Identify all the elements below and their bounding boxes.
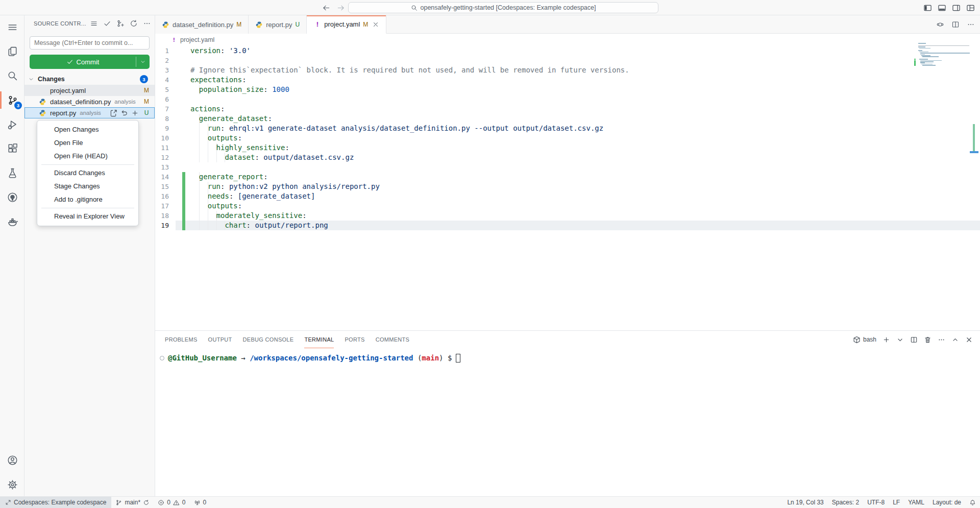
code-line-8[interactable]: 8generate_dataset: (155, 114, 980, 124)
ports-status[interactable]: 0 (190, 497, 211, 508)
activity-item-settings-gear[interactable] (0, 474, 24, 495)
indentation-status[interactable]: Spaces: 2 (828, 497, 863, 508)
menu-item-open-changes[interactable]: Open Changes (37, 123, 138, 136)
chevron-up-icon[interactable] (951, 336, 959, 344)
more-icon[interactable] (967, 20, 975, 29)
tab-project-yaml[interactable]: !project.yamlM (307, 15, 386, 34)
menu-item-add-to-gitignore[interactable]: Add to .gitignore (37, 193, 138, 206)
split-panel-icon[interactable] (910, 336, 918, 344)
activity-item-source-control[interactable]: 3 (0, 90, 24, 110)
activity-item-search[interactable] (0, 65, 24, 86)
code-text: highly_sensitive: (216, 143, 289, 153)
refresh-icon[interactable] (129, 18, 138, 28)
split-editor-icon[interactable] (951, 20, 960, 29)
code-line-9[interactable]: 9run: ehrql:v1 generate-dataset analysis… (155, 124, 980, 133)
problems-status[interactable]: 0 0 (154, 497, 189, 508)
breadcrumb[interactable]: ! project.yaml (155, 34, 980, 46)
panel-tab-ports[interactable]: PORTS (345, 331, 364, 348)
activity-item-extensions[interactable] (0, 138, 24, 158)
code-line-17[interactable]: 17outputs: (155, 201, 980, 211)
view-list-icon[interactable] (89, 18, 99, 28)
activity-item-explorer[interactable] (0, 41, 24, 61)
commit-button-main[interactable]: Commit (30, 55, 136, 69)
panel-tab-output[interactable]: OUTPUT (208, 331, 232, 348)
code-line-2[interactable]: 2 (155, 56, 980, 65)
code-line-6[interactable]: 6 (155, 94, 980, 104)
activity-item-run-debug[interactable] (0, 114, 24, 134)
menu-item-reveal-in-explorer-view[interactable]: Reveal in Explorer View (37, 210, 138, 223)
panel-tab-terminal[interactable]: TERMINAL (304, 331, 334, 348)
terminal[interactable]: @GitHub_Username → /workspaces/opensafel… (155, 348, 980, 496)
code-line-4[interactable]: 4expectations: (155, 75, 980, 85)
code-line-16[interactable]: 16needs: [generate_dataset] (155, 191, 980, 201)
forward-button[interactable] (335, 2, 346, 13)
branch-plus-icon[interactable] (115, 18, 125, 28)
menu-item-stage-changes[interactable]: Stage Changes (37, 180, 138, 193)
add-icon[interactable] (883, 336, 890, 344)
more-icon[interactable] (142, 18, 152, 28)
menu-item-open-file[interactable]: Open File (37, 136, 138, 150)
branch-status[interactable]: main* (111, 497, 154, 508)
code-line-19[interactable]: 19chart: output/report.png (155, 221, 980, 230)
tab-dataset-definition-py[interactable]: dataset_definition.pyM (155, 15, 249, 34)
activity-item-account[interactable] (0, 450, 24, 470)
encoding-status[interactable]: UTF-8 (863, 497, 889, 508)
run-debug-icon (7, 119, 18, 130)
remote-indicator[interactable]: Codespaces: Example codespace (0, 497, 111, 508)
minimap[interactable] (916, 43, 970, 74)
editor-code[interactable]: 1version: '3.0'23# Ignore this`expectati… (155, 46, 980, 330)
breadcrumb-filename: project.yaml (180, 36, 214, 43)
activity-item-docker[interactable] (0, 211, 24, 231)
code-line-11[interactable]: 11highly_sensitive: (155, 143, 980, 153)
code-line-13[interactable]: 13 (155, 162, 980, 172)
panel-tab-problems[interactable]: PROBLEMS (165, 331, 198, 348)
tab-report-py[interactable]: report.pyU (249, 15, 307, 34)
code-line-10[interactable]: 10outputs: (155, 133, 980, 143)
toggle-sidebar-icon[interactable] (923, 4, 932, 12)
file-row-project-yaml[interactable]: project.yamlM (24, 85, 155, 96)
code-line-18[interactable]: 18moderately_sensitive: (155, 211, 980, 221)
code-line-12[interactable]: 12dataset: output/dataset.csv.gz (155, 153, 980, 162)
file-row-dataset-definition-py[interactable]: dataset_definition.pyanalysisM (24, 96, 155, 107)
notifications-bell[interactable] (965, 497, 980, 508)
commit-dropdown-button[interactable] (136, 55, 150, 69)
code-line-1[interactable]: 1version: '3.0' (155, 46, 980, 56)
trash-icon[interactable] (924, 336, 932, 344)
close-icon[interactable] (965, 336, 973, 344)
menu-item-open-file-head[interactable]: Open File (HEAD) (37, 150, 138, 163)
code-line-3[interactable]: 3# Ignore this`expectation` block. It is… (155, 65, 980, 75)
toggle-panel-icon[interactable] (938, 4, 946, 12)
discard-icon[interactable] (120, 109, 128, 117)
command-center-search[interactable]: opensafely-getting-started [Codespaces: … (348, 2, 658, 13)
eol-status[interactable]: LF (889, 497, 904, 508)
commit-message-input[interactable] (30, 36, 150, 50)
open-file-icon[interactable] (110, 109, 117, 117)
terminal-profile[interactable]: bash (853, 336, 876, 344)
chevron-down-icon[interactable] (896, 336, 904, 344)
open-changes-icon[interactable] (936, 20, 944, 29)
layout-status[interactable]: Layout: de (928, 497, 965, 508)
stage-icon[interactable] (131, 109, 139, 117)
toggle-secondary-sidebar-icon[interactable] (952, 4, 961, 12)
code-line-15[interactable]: 15run: python:v2 python analysis/report.… (155, 182, 980, 191)
language-status[interactable]: YAML (904, 497, 928, 508)
panel-tab-comments[interactable]: COMMENTS (376, 331, 410, 348)
code-line-5[interactable]: 5population_size: 1000 (155, 85, 980, 94)
code-line-14[interactable]: 14generate_report: (155, 172, 980, 182)
activity-item-menu[interactable] (0, 17, 24, 37)
changes-section-header[interactable]: Changes 3 (24, 74, 155, 85)
activity-item-github[interactable] (0, 187, 24, 207)
activity-item-testing[interactable] (0, 162, 24, 183)
python-icon (255, 21, 263, 29)
cursor-position-status[interactable]: Ln 19, Col 33 (783, 497, 827, 508)
panel-tab-debug-console[interactable]: DEBUG CONSOLE (243, 331, 294, 348)
menu-item-discard-changes[interactable]: Discard Changes (37, 166, 138, 180)
customize-layout-icon[interactable] (966, 4, 975, 12)
commit-button[interactable]: Commit (30, 55, 150, 69)
file-row-report-py[interactable]: report.pyanalysisU (24, 107, 155, 118)
close-icon[interactable] (372, 21, 379, 28)
back-button[interactable] (321, 2, 332, 13)
code-line-7[interactable]: 7actions: (155, 104, 980, 114)
more-icon[interactable] (938, 336, 945, 344)
commit-check-icon[interactable] (102, 18, 112, 28)
